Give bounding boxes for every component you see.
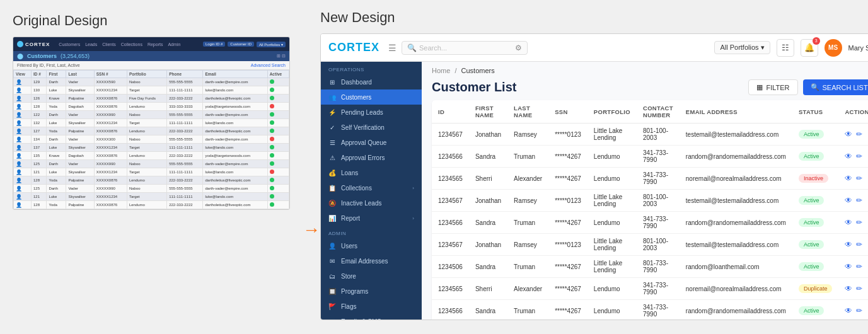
- view-button[interactable]: 👁: [845, 152, 852, 161]
- notification-badge: 3: [813, 37, 820, 45]
- sidebar-item-icon: ✓: [328, 124, 336, 131]
- orig-subbar: ⬤ Customers (3,254,653) ⊞ ⊟: [13, 51, 289, 61]
- person-icon: 👤: [16, 145, 22, 151]
- edit-button[interactable]: ✏: [856, 218, 862, 227]
- view-button[interactable]: 👁: [845, 240, 852, 249]
- sidebar-item-loans[interactable]: 💰 Loans: [321, 165, 422, 180]
- person-icon: 👤: [16, 137, 22, 142]
- view-button[interactable]: 👁: [845, 196, 852, 205]
- edit-button[interactable]: ✏: [856, 174, 862, 183]
- breadcrumb-home[interactable]: Home: [432, 67, 450, 74]
- sidebar-item-label: Approval Errors: [341, 154, 414, 161]
- status-dot: [270, 194, 274, 199]
- sidebar-item-icon: 🔕: [328, 199, 336, 207]
- notifications-button[interactable]: 🔔 3: [801, 39, 818, 57]
- sidebar-item-icon: ✉: [328, 257, 336, 265]
- search-placeholder: Search...: [419, 44, 512, 52]
- hamburger-icon[interactable]: ☰: [388, 43, 396, 53]
- sidebar-item-report[interactable]: 📊 Report ›: [321, 210, 422, 226]
- original-screenshot: CORTEX Customers Leads Clients Collectio…: [13, 37, 290, 210]
- status-dot: [270, 186, 274, 190]
- person-icon: 👤: [16, 186, 22, 192]
- edit-button[interactable]: ✏: [856, 196, 862, 205]
- sidebar-item-email-addresses[interactable]: ✉ Email Addresses: [321, 253, 422, 268]
- chevron-icon: ›: [412, 216, 414, 221]
- original-design-panel: Original Design CORTEX Customers Leads C…: [0, 0, 303, 334]
- table-column-header: LAST NAME: [507, 100, 548, 124]
- sidebar-item-approval-errors[interactable]: ⚠ Approval Errors: [321, 150, 422, 165]
- sidebar-item-label: Email Addresses: [341, 258, 414, 265]
- new-main: Operations ⊞ Dashboard 👥 Customers ⚡ Pen…: [321, 62, 868, 320]
- status-badge: Active: [799, 240, 825, 249]
- sidebar-item-flags[interactable]: 🚩 Flags: [321, 299, 422, 314]
- breadcrumb-current: Customers: [461, 67, 495, 74]
- sidebar-item-self-verification[interactable]: ✓ Self Verification: [321, 120, 422, 135]
- status-dot: [270, 161, 274, 166]
- sidebar-item-customers[interactable]: 👥 Customers: [321, 89, 422, 105]
- orig-logo-icon: [17, 41, 23, 47]
- status-dot: [270, 137, 274, 141]
- sidebar-item-users[interactable]: 👤 Users: [321, 238, 422, 253]
- sidebar-item-label: Emails & SMS: [341, 318, 407, 320]
- status-dot: [270, 120, 274, 125]
- sidebar-item-icon: 🗂: [328, 272, 336, 280]
- sidebar-item-store[interactable]: 🗂 Store: [321, 268, 422, 284]
- portfolio-select[interactable]: All Portfolios ▾: [714, 41, 770, 54]
- filter-adjust-icon[interactable]: ⚙: [515, 43, 522, 52]
- view-button[interactable]: 👁: [845, 174, 852, 183]
- table-row: 1234566SandraTruman*****4267Lendumo341-7…: [432, 212, 868, 234]
- view-button[interactable]: 👁: [845, 262, 852, 271]
- view-button[interactable]: 👁: [845, 218, 852, 227]
- search-bar[interactable]: 🔍 Search... ⚙: [402, 41, 528, 55]
- orig-table-row: 👤125DarthVaderXXXXX990Naboo555-555-5555d…: [14, 185, 289, 193]
- view-button[interactable]: 👁: [845, 284, 852, 293]
- view-button[interactable]: 👁: [845, 130, 852, 139]
- status-dot: [270, 170, 274, 174]
- edit-button[interactable]: ✏: [856, 152, 862, 161]
- action-icons: 👁 ✏: [845, 152, 868, 161]
- chevron-icon: ›: [412, 185, 414, 191]
- sidebar-item-pending-leads[interactable]: ⚡ Pending Leads: [321, 105, 422, 120]
- status-badge: Active: [799, 306, 825, 315]
- arrow-icon: →: [303, 220, 320, 240]
- breadcrumb: Home / Customers: [422, 62, 868, 77]
- edit-button[interactable]: ✏: [856, 130, 862, 139]
- table-column-header: CONTACT NUMBER: [637, 100, 680, 124]
- sidebar-item-collections[interactable]: 📋 Collections ›: [321, 180, 422, 195]
- person-icon: 👤: [16, 96, 22, 101]
- sidebar-item-emails-sms[interactable]: 📧 Emails & SMS ›: [321, 314, 422, 320]
- orig-table-row: 👤130LukeSkywalkerXXXXX1234Target111-111-…: [14, 86, 289, 95]
- edit-button[interactable]: ✏: [856, 306, 862, 315]
- search-icon: 🔍: [407, 43, 417, 52]
- table-row: 1234566SandraTruman*****4267Lendumo341-7…: [432, 300, 868, 320]
- orig-table-row: 👤128YodaPalpatineXXXXX0876Lendumo222-333…: [14, 201, 289, 209]
- page-title: Customer List: [432, 80, 516, 95]
- filter-button[interactable]: ▦ FILTER: [748, 79, 797, 95]
- table-column-header: ACTION: [838, 100, 868, 124]
- edit-button[interactable]: ✏: [856, 240, 862, 249]
- action-icons: 👁 ✏: [845, 262, 868, 271]
- sidebar-item-label: Loans: [341, 170, 414, 176]
- customer-table: IDFIRST NAMELAST NAMESSNPORTFOLIOCONTACT…: [432, 100, 868, 320]
- sidebar-item-inactive-leads[interactable]: 🔕 Inactive Leads: [321, 195, 422, 210]
- grid-view-button[interactable]: ☷: [777, 39, 794, 57]
- orig-table-row: 👤137LukeSkywalkerXXXXX1234Target111-111-…: [14, 144, 289, 152]
- table-row: 1234567JonathanRamsey*****0123Little Lak…: [432, 190, 868, 212]
- edit-button[interactable]: ✏: [856, 284, 862, 293]
- sidebar-item-icon: 👥: [328, 93, 336, 101]
- search-list-button[interactable]: 🔍 SEARCH LIST: [803, 79, 868, 95]
- sidebar-item-icon: 👤: [328, 242, 336, 250]
- person-icon: 👤: [16, 194, 22, 200]
- sidebar-item-icon: ⚡: [328, 108, 336, 116]
- status-dot: [270, 145, 274, 149]
- action-icons: 👁 ✏: [845, 174, 868, 183]
- person-icon: 👤: [16, 79, 22, 85]
- view-button[interactable]: 👁: [845, 306, 852, 315]
- orig-table-row: 👤128YodaPalpatineXXXXX0876Lendumo222-333…: [14, 176, 289, 185]
- sidebar-item-dashboard[interactable]: ⊞ Dashboard: [321, 74, 422, 89]
- sidebar-item-icon: ⊞: [328, 78, 336, 86]
- sidebar-item-icon: 🚩: [328, 302, 336, 310]
- sidebar-item-programs[interactable]: 🔲 Programs: [321, 284, 422, 299]
- sidebar-item-approval-queue[interactable]: ☰ Approval Queue: [321, 135, 422, 150]
- edit-button[interactable]: ✏: [856, 262, 862, 271]
